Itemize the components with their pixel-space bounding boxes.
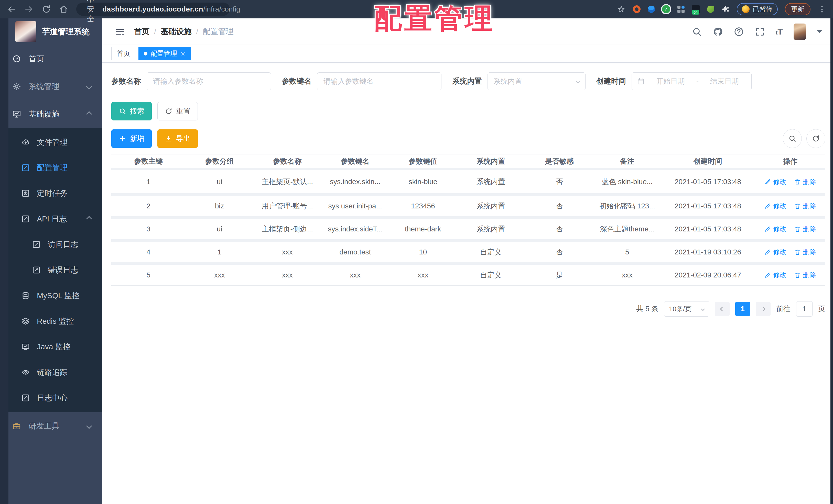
refresh-table-button[interactable] [806,129,825,148]
annotation-page-title-overlay: 配置管理 [374,0,495,37]
cell-created: 2021-01-19 03:10:26 [660,248,755,256]
browser-back-icon[interactable] [7,4,16,14]
sidebar-item-home[interactable]: 首页 [0,45,102,73]
param-key-input[interactable] [317,72,442,90]
date-range-picker[interactable]: 开始日期 - 结束日期 [632,72,752,90]
github-icon[interactable] [713,27,723,37]
tab-home[interactable]: 首页 [111,47,135,60]
trash-icon [794,249,801,255]
chevron-down-icon [701,307,705,311]
collapse-sidebar-icon[interactable] [115,26,125,37]
cell-key: sys.index.skin... [321,178,389,186]
toggle-search-button[interactable] [783,129,802,148]
extension-on-badge-icon[interactable]: on [692,5,700,13]
delete-link[interactable]: 删除 [794,225,816,233]
cell-name: 主框架页-默认... [253,177,321,187]
add-button-label: 新增 [130,134,144,144]
chevron-up-icon [86,216,92,222]
sidebar-item-system[interactable]: 系统管理 [0,73,102,100]
sidebar: 芋道管理系统 首页 系统管理 基础设施 文件管理 配置管理 [0,19,102,504]
extension-grid-icon[interactable] [677,6,685,13]
profile-paused-chip[interactable]: 已暂停 [737,3,778,15]
search-icon[interactable] [692,27,702,37]
sidebar-item-access-log[interactable]: 访问日志 [0,232,102,257]
cell-id: 4 [111,248,186,256]
trash-icon [794,226,801,232]
close-tab-icon[interactable] [180,51,186,56]
sidebar-item-infra[interactable]: 基础设施 [0,100,102,128]
extension-blue-pin-icon[interactable] [648,6,655,13]
cell-key: sys.user.init-pa... [321,202,389,210]
sidebar-item-config[interactable]: 配置管理 [0,155,102,180]
update-label: 更新 [791,5,804,14]
sidebar-item-label: MySQL 监控 [37,291,79,301]
edit-link[interactable]: 修改 [764,177,786,186]
browser-reload-icon[interactable] [42,4,51,14]
edit-link[interactable]: 修改 [764,225,786,233]
extension-leaf-icon[interactable] [707,6,714,13]
sidebar-item-error-log[interactable]: 错误日志 [0,257,102,283]
reset-button[interactable]: 重置 [158,102,198,121]
tab-label: 首页 [117,49,130,58]
delete-link[interactable]: 删除 [794,271,816,279]
page-number-current[interactable]: 1 [735,302,750,316]
sidebar-item-trace[interactable]: 链路追踪 [0,359,102,385]
goto-page-input[interactable] [796,301,812,317]
sidebar-item-java[interactable]: Java 监控 [0,334,102,359]
browser-forward-icon[interactable] [24,4,34,14]
database-icon [22,292,30,300]
sidebar-item-job[interactable]: 定时任务 [0,180,102,206]
sidebar-item-mysql[interactable]: MySQL 监控 [0,283,102,308]
prev-page-button[interactable] [715,302,730,316]
user-menu-caret-icon[interactable] [817,30,822,33]
sidebar-item-api-log[interactable]: API 日志 [0,206,102,232]
delete-link[interactable]: 删除 [794,177,816,186]
extensions-puzzle-icon[interactable] [721,5,730,13]
browser-home-icon[interactable] [59,4,69,14]
param-name-input[interactable] [147,72,271,90]
edit-link[interactable]: 修改 [764,201,786,210]
extension-green-check-icon[interactable]: ✓ [662,5,670,13]
fullscreen-icon[interactable] [755,27,765,37]
breadcrumb-home[interactable]: 首页 [134,26,149,37]
monitor-icon [12,110,21,118]
help-icon[interactable] [734,27,744,37]
font-size-icon[interactable]: tT [776,27,783,36]
search-button[interactable]: 搜索 [111,102,152,121]
tab-config[interactable]: 配置管理 [139,47,191,60]
toolbox-icon [12,422,21,430]
cell-remark: xxx [594,271,660,279]
next-page-button[interactable] [756,302,770,316]
delete-link[interactable]: 删除 [794,201,816,210]
tab-label: 配置管理 [150,49,177,58]
edit-link[interactable]: 修改 [764,271,786,279]
sidebar-item-dev-tools[interactable]: 研发工具 [0,412,102,440]
sidebar-item-redis[interactable]: Redis 监控 [0,308,102,334]
url-host: dashboard.yudao.iocoder.cn [102,5,203,13]
column-header: 参数主键 [111,156,186,166]
breadcrumb-infra[interactable]: 基础设施 [161,26,191,37]
cell-name: 主框架页-侧边... [253,224,321,234]
add-button[interactable]: 新增 [111,129,152,148]
bookmark-star-icon[interactable] [617,5,626,14]
page-size-select[interactable]: 10条/页 [664,301,709,317]
sidebar-item-label: 配置管理 [37,162,68,173]
address-bar[interactable]: 不安全 dashboard.yudao.iocoder.cn/infra/con… [76,3,230,16]
user-avatar[interactable] [793,24,806,40]
column-header: 系统内置 [457,156,525,166]
browser-update-button[interactable]: 更新 [785,3,810,15]
edit-link[interactable]: 修改 [764,248,786,256]
total-count-label: 共 5 条 [636,304,659,314]
table-row: 3 ui 主框架页-侧边... sys.index.sideT... theme… [111,216,825,240]
refresh-icon [812,134,820,143]
extension-orange-ring-icon[interactable] [633,5,641,13]
export-button[interactable]: 导出 [158,129,198,148]
builtin-select[interactable]: 系统内置 [487,72,586,90]
delete-link[interactable]: 删除 [794,248,816,256]
sidebar-item-file[interactable]: 文件管理 [0,129,102,155]
browser-menu-icon[interactable] [818,5,826,14]
sidebar-item-log-center[interactable]: 日志中心 [0,385,102,411]
table-tool-buttons [783,129,825,148]
sidebar-item-label: API 日志 [37,214,67,224]
sidebar-item-label: 日志中心 [37,393,68,403]
